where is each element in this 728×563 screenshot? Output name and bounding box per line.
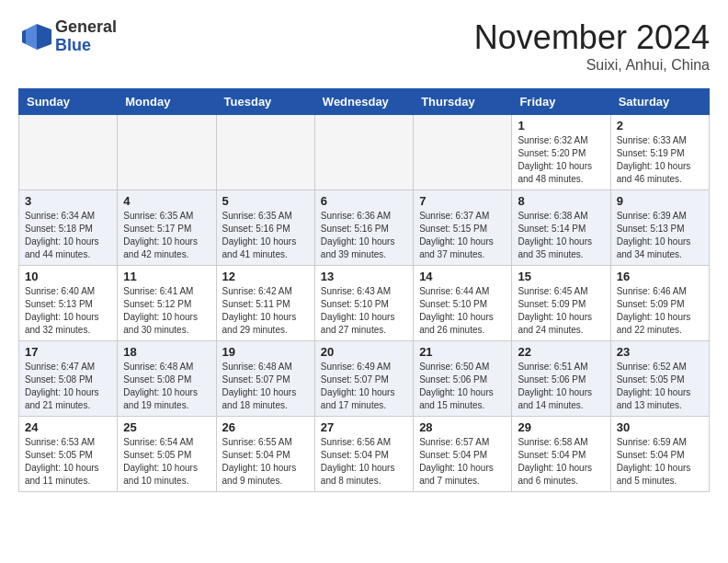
calendar-cell: 28Sunrise: 6:57 AM Sunset: 5:04 PM Dayli… [414,417,512,492]
svg-marker-3 [22,29,26,44]
cell-info: Sunrise: 6:35 AM Sunset: 5:16 PM Dayligh… [222,210,309,261]
calendar-cell: 10Sunrise: 6:40 AM Sunset: 5:13 PM Dayli… [19,266,118,341]
calendar-cell: 1Sunrise: 6:32 AM Sunset: 5:20 PM Daylig… [512,115,610,190]
cell-info: Sunrise: 6:47 AM Sunset: 5:08 PM Dayligh… [25,361,111,412]
day-number: 2 [617,119,703,132]
week-row: 3Sunrise: 6:34 AM Sunset: 5:18 PM Daylig… [19,190,710,266]
calendar-cell: 5Sunrise: 6:35 AM Sunset: 5:16 PM Daylig… [216,190,314,266]
cell-info: Sunrise: 6:40 AM Sunset: 5:13 PM Dayligh… [25,285,111,337]
cell-info: Sunrise: 6:53 AM Sunset: 5:05 PM Dayligh… [25,436,111,488]
calendar-cell: 24Sunrise: 6:53 AM Sunset: 5:05 PM Dayli… [19,417,118,492]
logo: General Blue [18,18,117,55]
calendar-table: SundayMondayTuesdayWednesdayThursdayFrid… [18,88,710,492]
calendar-cell: 30Sunrise: 6:59 AM Sunset: 5:04 PM Dayli… [610,417,709,492]
cell-info: Sunrise: 6:38 AM Sunset: 5:14 PM Dayligh… [518,210,604,261]
weekday-header-friday: Friday [512,89,610,115]
cell-info: Sunrise: 6:46 AM Sunset: 5:09 PM Dayligh… [617,285,703,337]
calendar-cell: 20Sunrise: 6:49 AM Sunset: 5:07 PM Dayli… [314,341,413,417]
day-number: 18 [123,345,210,359]
calendar-cell: 25Sunrise: 6:54 AM Sunset: 5:05 PM Dayli… [118,417,216,492]
day-number: 4 [123,194,210,208]
calendar-cell: 2Sunrise: 6:33 AM Sunset: 5:19 PM Daylig… [610,115,709,190]
calendar-cell: 13Sunrise: 6:43 AM Sunset: 5:10 PM Dayli… [314,266,413,341]
cell-info: Sunrise: 6:50 AM Sunset: 5:06 PM Dayligh… [419,361,506,412]
cell-info: Sunrise: 6:57 AM Sunset: 5:04 PM Dayligh… [419,436,506,488]
day-number: 17 [25,345,111,359]
day-number: 8 [518,194,604,208]
cell-info: Sunrise: 6:44 AM Sunset: 5:10 PM Dayligh… [419,285,506,337]
day-number: 22 [518,345,604,359]
calendar-cell [216,115,314,190]
day-number: 29 [518,420,604,434]
cell-info: Sunrise: 6:32 AM Sunset: 5:20 PM Dayligh… [518,134,604,186]
cell-info: Sunrise: 6:52 AM Sunset: 5:05 PM Dayligh… [617,361,703,412]
day-number: 12 [222,270,309,283]
weekday-header-wednesday: Wednesday [314,89,413,115]
cell-info: Sunrise: 6:39 AM Sunset: 5:13 PM Dayligh… [617,210,703,261]
calendar-cell [19,115,118,190]
cell-info: Sunrise: 6:54 AM Sunset: 5:05 PM Dayligh… [123,436,210,488]
day-number: 1 [518,119,604,132]
day-number: 23 [617,345,703,359]
calendar-cell: 15Sunrise: 6:45 AM Sunset: 5:09 PM Dayli… [512,266,610,341]
calendar-cell: 8Sunrise: 6:38 AM Sunset: 5:14 PM Daylig… [512,190,610,266]
week-row: 17Sunrise: 6:47 AM Sunset: 5:08 PM Dayli… [19,341,710,417]
cell-info: Sunrise: 6:41 AM Sunset: 5:12 PM Dayligh… [123,285,210,337]
week-row: 10Sunrise: 6:40 AM Sunset: 5:13 PM Dayli… [19,266,710,341]
cell-info: Sunrise: 6:51 AM Sunset: 5:06 PM Dayligh… [518,361,604,412]
day-number: 27 [321,420,407,434]
weekday-header-saturday: Saturday [610,89,709,115]
day-number: 11 [123,270,210,283]
page-header: General Blue November 2024 Suixi, Anhui,… [18,18,710,74]
week-row: 1Sunrise: 6:32 AM Sunset: 5:20 PM Daylig… [19,115,710,190]
calendar-cell: 6Sunrise: 6:36 AM Sunset: 5:16 PM Daylig… [314,190,413,266]
day-number: 7 [419,194,506,208]
calendar-cell: 16Sunrise: 6:46 AM Sunset: 5:09 PM Dayli… [610,266,709,341]
calendar-cell: 14Sunrise: 6:44 AM Sunset: 5:10 PM Dayli… [414,266,512,341]
location: Suixi, Anhui, China [474,57,710,74]
weekday-header-thursday: Thursday [414,89,512,115]
calendar-cell [118,115,216,190]
day-number: 21 [419,345,506,359]
cell-info: Sunrise: 6:33 AM Sunset: 5:19 PM Dayligh… [617,134,703,186]
cell-info: Sunrise: 6:34 AM Sunset: 5:18 PM Dayligh… [25,210,111,261]
calendar-cell [314,115,413,190]
logo-icon [18,20,51,53]
day-number: 28 [419,420,506,434]
logo-text: General Blue [55,18,117,55]
day-number: 9 [617,194,703,208]
calendar-cell: 27Sunrise: 6:56 AM Sunset: 5:04 PM Dayli… [314,417,413,492]
calendar-cell: 26Sunrise: 6:55 AM Sunset: 5:04 PM Dayli… [216,417,314,492]
day-number: 14 [419,270,506,283]
day-number: 15 [518,270,604,283]
day-number: 6 [321,194,407,208]
day-number: 5 [222,194,309,208]
cell-info: Sunrise: 6:48 AM Sunset: 5:08 PM Dayligh… [123,361,210,412]
week-row: 24Sunrise: 6:53 AM Sunset: 5:05 PM Dayli… [19,417,710,492]
cell-info: Sunrise: 6:45 AM Sunset: 5:09 PM Dayligh… [518,285,604,337]
day-number: 25 [123,420,210,434]
day-number: 20 [321,345,407,359]
calendar-cell: 4Sunrise: 6:35 AM Sunset: 5:17 PM Daylig… [118,190,216,266]
calendar-cell: 18Sunrise: 6:48 AM Sunset: 5:08 PM Dayli… [118,341,216,417]
logo-general: General [55,18,117,37]
day-number: 30 [617,420,703,434]
calendar-cell: 12Sunrise: 6:42 AM Sunset: 5:11 PM Dayli… [216,266,314,341]
cell-info: Sunrise: 6:49 AM Sunset: 5:07 PM Dayligh… [321,361,407,412]
weekday-header-row: SundayMondayTuesdayWednesdayThursdayFrid… [19,89,710,115]
title-section: November 2024 Suixi, Anhui, China [474,18,710,74]
calendar-cell: 21Sunrise: 6:50 AM Sunset: 5:06 PM Dayli… [414,341,512,417]
cell-info: Sunrise: 6:42 AM Sunset: 5:11 PM Dayligh… [222,285,309,337]
cell-info: Sunrise: 6:56 AM Sunset: 5:04 PM Dayligh… [321,436,407,488]
calendar-cell: 7Sunrise: 6:37 AM Sunset: 5:15 PM Daylig… [414,190,512,266]
day-number: 19 [222,345,309,359]
day-number: 10 [25,270,111,283]
day-number: 3 [25,194,111,208]
month-title: November 2024 [474,18,710,57]
calendar-cell: 9Sunrise: 6:39 AM Sunset: 5:13 PM Daylig… [610,190,709,266]
calendar-cell: 23Sunrise: 6:52 AM Sunset: 5:05 PM Dayli… [610,341,709,417]
weekday-header-tuesday: Tuesday [216,89,314,115]
logo-blue: Blue [55,37,117,55]
calendar-cell: 22Sunrise: 6:51 AM Sunset: 5:06 PM Dayli… [512,341,610,417]
day-number: 16 [617,270,703,283]
